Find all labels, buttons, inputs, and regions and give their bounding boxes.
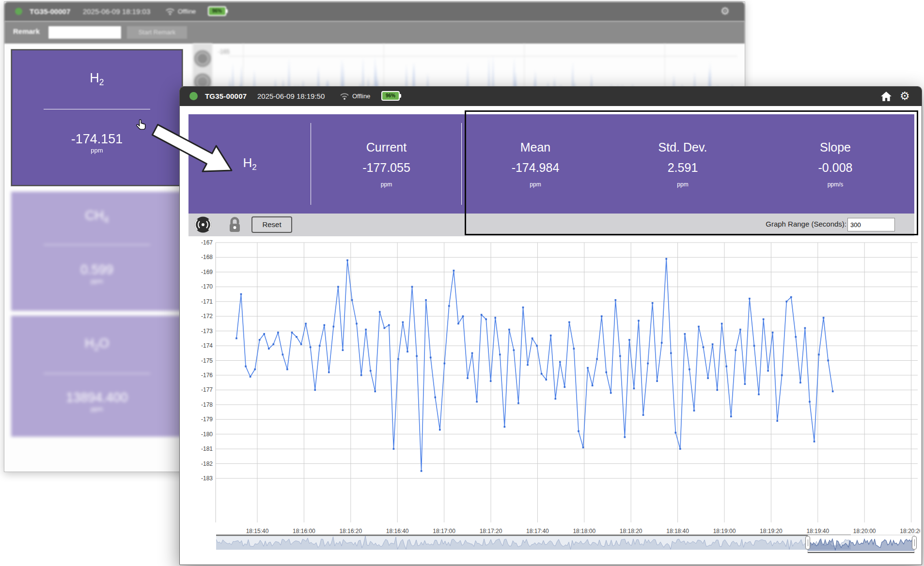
device-name: TG35-00007 bbox=[205, 92, 247, 100]
tile-h2o-unit: ppm bbox=[11, 405, 183, 413]
svg-text:-169: -169 bbox=[201, 269, 213, 275]
settings-gear-icon[interactable]: ⚙ bbox=[720, 5, 730, 17]
titlebar: TG35-00007 2025-06-09 18:19:50 Offline 9… bbox=[180, 87, 922, 106]
svg-text:18:18:20: 18:18:20 bbox=[620, 528, 642, 535]
tile-h2o-formula: H2O bbox=[11, 336, 183, 353]
svg-text:18:19:40: 18:19:40 bbox=[806, 528, 829, 535]
navigator-left-handle[interactable] bbox=[805, 536, 810, 550]
broadcast-icon[interactable] bbox=[194, 216, 212, 233]
svg-text:-181: -181 bbox=[201, 445, 213, 452]
home-icon[interactable] bbox=[880, 91, 892, 102]
remark-label: Remark bbox=[13, 27, 40, 35]
tile-ch4-formula: CH4 bbox=[11, 208, 183, 225]
highlight-box bbox=[465, 110, 918, 235]
svg-text:18:19:20: 18:19:20 bbox=[760, 528, 783, 535]
battery-indicator: 96% bbox=[208, 6, 226, 16]
connection-status: Offline bbox=[352, 92, 370, 100]
svg-text:-178: -178 bbox=[201, 401, 213, 408]
svg-text:-183: -183 bbox=[201, 475, 213, 482]
mouse-cursor-hand bbox=[135, 119, 146, 132]
screen: TG35-00007 2025-06-09 18:19:03 Offline 9… bbox=[0, 0, 924, 566]
svg-text:18:16:00: 18:16:00 bbox=[293, 528, 315, 535]
svg-text:-168: -168 bbox=[201, 254, 213, 260]
svg-text:-177: -177 bbox=[201, 386, 213, 393]
stat-current: Current -177.055 ppm bbox=[311, 114, 462, 214]
settings-gear-icon[interactable]: ⚙ bbox=[900, 90, 910, 103]
background-chart-fragment: -165 bbox=[193, 44, 742, 89]
remark-input[interactable] bbox=[48, 26, 122, 39]
svg-text:18:18:00: 18:18:00 bbox=[573, 528, 595, 535]
connection-status: Offline bbox=[178, 8, 196, 15]
svg-text:18:16:20: 18:16:20 bbox=[339, 528, 362, 535]
svg-text:-167: -167 bbox=[201, 239, 213, 246]
device-timestamp: 2025-06-09 18:19:03 bbox=[83, 7, 150, 15]
svg-text:-174: -174 bbox=[201, 342, 213, 349]
unlock-icon[interactable] bbox=[227, 216, 242, 233]
stat-gas: H2 bbox=[188, 114, 311, 214]
tile-ch4-value: 0.599 bbox=[11, 262, 183, 277]
range-navigator[interactable] bbox=[216, 535, 918, 555]
svg-text:-172: -172 bbox=[201, 313, 213, 320]
gas-formula: H2 bbox=[243, 155, 256, 172]
tile-ch4[interactable]: CH4 0.599 ppm bbox=[11, 192, 183, 311]
tile-h2o[interactable]: H2O 13894.400 ppm bbox=[11, 316, 183, 437]
svg-text:18:20:20: 18:20:20 bbox=[900, 528, 920, 535]
background-titlebar: TG35-00007 2025-06-09 18:19:03 Offline 9… bbox=[4, 2, 745, 21]
device-name: TG35-00007 bbox=[30, 7, 70, 15]
background-spikes-chart bbox=[214, 44, 740, 89]
battery-indicator: 96% bbox=[381, 91, 400, 101]
svg-text:18:18:40: 18:18:40 bbox=[666, 528, 689, 535]
svg-text:-175: -175 bbox=[201, 357, 213, 364]
svg-text:-180: -180 bbox=[201, 431, 213, 438]
svg-text:-176: -176 bbox=[201, 372, 213, 379]
tile-ch4-unit: ppm bbox=[11, 277, 183, 285]
svg-text:-170: -170 bbox=[201, 283, 213, 290]
status-dot bbox=[15, 8, 22, 15]
remark-bar: Remark Start Remark bbox=[4, 21, 745, 44]
device-timestamp: 2025-06-09 18:19:50 bbox=[257, 92, 325, 100]
broadcast-icon bbox=[194, 50, 211, 67]
svg-text:18:19:00: 18:19:00 bbox=[713, 528, 736, 535]
wifi-icon bbox=[339, 91, 350, 101]
svg-text:18:20:00: 18:20:00 bbox=[853, 528, 876, 535]
reset-button[interactable]: Reset bbox=[251, 216, 292, 233]
current-value: -177.055 bbox=[362, 161, 410, 175]
tile-h2-unit: ppm bbox=[12, 147, 182, 154]
svg-text:-171: -171 bbox=[201, 298, 213, 305]
trend-chart[interactable]: 18:15:4018:16:0018:16:2018:16:4018:17:00… bbox=[188, 236, 920, 536]
svg-text:18:16:40: 18:16:40 bbox=[386, 528, 409, 535]
status-dot bbox=[189, 92, 198, 100]
navigator-right-handle[interactable] bbox=[912, 536, 917, 550]
tile-h2-formula: H2 bbox=[12, 71, 182, 88]
svg-text:-179: -179 bbox=[201, 416, 213, 423]
svg-text:-182: -182 bbox=[201, 460, 213, 467]
svg-text:18:15:40: 18:15:40 bbox=[246, 528, 269, 535]
wifi-icon bbox=[164, 6, 176, 16]
background-chart-toolbar bbox=[193, 44, 212, 89]
svg-text:18:17:00: 18:17:00 bbox=[433, 528, 455, 535]
svg-text:18:17:40: 18:17:40 bbox=[526, 528, 549, 535]
tile-h2o-value: 13894.400 bbox=[11, 390, 183, 405]
tile-h2[interactable]: H2 -174.151 ppm bbox=[11, 49, 183, 186]
svg-text:-173: -173 bbox=[201, 328, 213, 335]
svg-text:18:17:20: 18:17:20 bbox=[480, 528, 502, 535]
start-remark-button[interactable]: Start Remark bbox=[126, 26, 188, 39]
tile-h2-value: -174.151 bbox=[12, 132, 182, 147]
